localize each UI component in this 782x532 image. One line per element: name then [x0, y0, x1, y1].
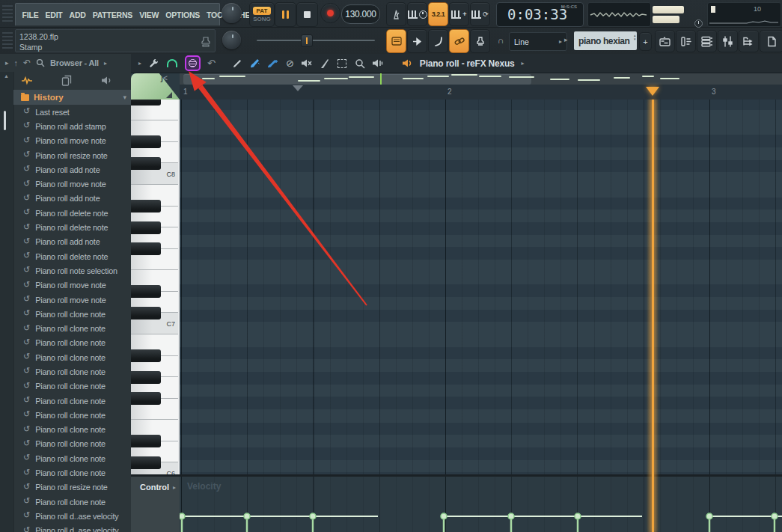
precount-button[interactable]: 3.2.1 — [428, 2, 448, 26]
stop-button[interactable] — [296, 2, 318, 27]
history-item[interactable]: ↺Piano roll clone note — [13, 451, 131, 465]
metronome-button[interactable] — [386, 2, 406, 26]
piano-roll-scrollbar-minimap[interactable] — [180, 73, 782, 85]
add-pattern-button[interactable]: + — [639, 32, 652, 51]
overdub-button[interactable]: + — [449, 2, 469, 26]
menu-item-edit[interactable]: EDIT — [42, 10, 66, 19]
mute-tool-icon[interactable] — [301, 58, 313, 68]
velocity-handle[interactable] — [180, 513, 185, 519]
playback-tool-icon[interactable] — [372, 58, 384, 68]
piano-key-black[interactable] — [131, 456, 161, 469]
browser-tab-sound-icon[interactable] — [21, 76, 33, 85]
piano-key-black[interactable] — [131, 371, 161, 384]
piano-key-black[interactable] — [131, 435, 161, 447]
paint-brush-icon[interactable] — [249, 58, 260, 69]
piano-key-black[interactable] — [131, 242, 161, 255]
undo-icon[interactable]: ↶ — [207, 58, 216, 69]
piano-key-black[interactable] — [131, 100, 161, 106]
mixer-window-button[interactable] — [718, 30, 738, 52]
browser-up-icon[interactable]: ↑ — [14, 58, 19, 67]
history-item[interactable]: ↺Piano roll delete note — [13, 206, 131, 220]
velocity-handle[interactable] — [508, 513, 514, 519]
piano-roll-window-button[interactable] — [676, 30, 696, 52]
pattern-prev-arrow[interactable]: ▸ — [564, 36, 568, 43]
history-item[interactable]: ↺Piano roll move note — [13, 134, 131, 148]
menu-item-add[interactable]: ADD — [66, 10, 89, 19]
browser-window-button[interactable] — [739, 30, 759, 52]
menu-item-view[interactable]: VIEW — [136, 10, 162, 19]
velocity-handle[interactable] — [310, 513, 316, 519]
history-item[interactable]: ↺Piano roll resize note — [13, 480, 131, 495]
velocity-handle[interactable] — [441, 513, 447, 519]
browser-search-icon[interactable] — [36, 58, 45, 67]
main-pitch-knob[interactable] — [222, 31, 241, 49]
note-grid[interactable] — [180, 100, 782, 474]
browser-undo-icon[interactable]: ↶ — [23, 58, 31, 68]
channel-rack-window-button[interactable] — [697, 30, 717, 52]
piano-key-black[interactable] — [131, 307, 161, 319]
piano-key-black[interactable] — [131, 285, 161, 298]
history-item[interactable]: ↺Piano roll clone note — [13, 437, 131, 451]
delete-tool-icon[interactable]: ⊘ — [286, 58, 294, 68]
velocity-lane[interactable]: Velocity — [180, 477, 782, 532]
draw-pencil-icon[interactable] — [232, 58, 242, 69]
history-item[interactable]: ↺Piano roll clone note — [13, 408, 131, 422]
history-dropdown-icon[interactable]: ▾ — [123, 94, 126, 101]
step-edit-button[interactable] — [407, 29, 427, 53]
toolbar-grip[interactable] — [2, 5, 13, 23]
velocity-handle[interactable] — [772, 513, 778, 519]
piano-key-black[interactable] — [131, 135, 161, 148]
master-pitch-slider[interactable] — [257, 40, 375, 41]
main-volume-knob[interactable] — [222, 3, 242, 23]
link-controllers-button[interactable] — [449, 29, 469, 53]
history-item[interactable]: ↺Piano roll clone note — [13, 321, 131, 335]
song-mode-label[interactable]: SONG — [253, 16, 271, 22]
browser-tab-files-icon[interactable] — [61, 75, 72, 86]
project-picker-button[interactable] — [760, 30, 782, 52]
velocity-handle[interactable] — [244, 513, 250, 519]
history-item[interactable]: ↺Piano roll clone note — [13, 336, 131, 350]
pattern-selector-field[interactable]: piano hexian ▴▾ — [574, 31, 637, 50]
pattern-spinner[interactable]: ▴▾ — [634, 34, 635, 41]
history-item[interactable]: ↺Piano roll delete note — [13, 220, 131, 234]
history-item[interactable]: ↺Piano roll clone note — [13, 364, 131, 379]
scroll-up-icon[interactable]: ▲ — [4, 73, 9, 79]
history-item[interactable]: ↺Piano roll note selection — [13, 263, 131, 278]
master-pitch-knob[interactable] — [301, 34, 313, 47]
play-pause-button[interactable] — [275, 2, 296, 27]
piano-key-black[interactable] — [131, 221, 161, 234]
velocity-handle[interactable] — [706, 513, 712, 519]
menu-item-file[interactable]: FILE — [19, 10, 42, 19]
stamp-tool-selected-icon[interactable] — [185, 55, 201, 71]
tempo-display[interactable]: 130.000 — [341, 4, 380, 24]
portamento-button[interactable] — [428, 29, 448, 53]
touch-keyboard-button[interactable] — [470, 29, 490, 53]
browser-title[interactable]: Browser - All — [50, 58, 99, 67]
channel-speaker-icon[interactable] — [402, 58, 413, 68]
pat-song-toggle[interactable]: PAT SONG — [249, 2, 275, 27]
cpu-panel[interactable]: 10 — [707, 2, 781, 27]
piano-roll-title-arrow[interactable]: ▸ — [522, 60, 525, 67]
playlist-window-button[interactable] — [655, 30, 675, 52]
timeline[interactable]: 123 — [180, 85, 782, 100]
zoom-tool-icon[interactable] — [355, 58, 365, 69]
history-section-header[interactable]: History ▾ — [13, 90, 131, 105]
history-item[interactable]: ↺Piano roll move note — [13, 177, 131, 191]
select-tool-icon[interactable] — [336, 58, 348, 70]
record-button[interactable] — [320, 3, 340, 23]
piano-roll-corner-handle[interactable]: ʃ — [131, 73, 180, 100]
history-item[interactable]: ↺Piano roll clone note — [13, 350, 131, 364]
history-item[interactable]: ↺Piano roll add note — [13, 235, 131, 249]
history-item[interactable]: ↺Piano roll clone note — [13, 379, 131, 394]
browser-tab-speaker-icon[interactable] — [101, 76, 112, 85]
project-info-panel[interactable]: 1238.20.flp Stamp — [15, 29, 216, 52]
history-item[interactable]: ↺Piano roll add stamp — [13, 119, 131, 133]
wait-for-input-button[interactable] — [407, 2, 427, 26]
timeline-gray-marker-icon[interactable] — [293, 85, 303, 91]
history-item[interactable]: ↺Piano roll resize note — [13, 148, 131, 162]
playhead-marker-icon[interactable] — [646, 87, 659, 96]
browser-collapse-icon[interactable]: ▸ — [5, 59, 9, 67]
history-item[interactable]: ↺Piano roll d..ase velocity — [13, 509, 131, 523]
control-deck-header[interactable]: Control ▸ — [131, 477, 180, 532]
piano-key-black[interactable] — [131, 392, 161, 405]
